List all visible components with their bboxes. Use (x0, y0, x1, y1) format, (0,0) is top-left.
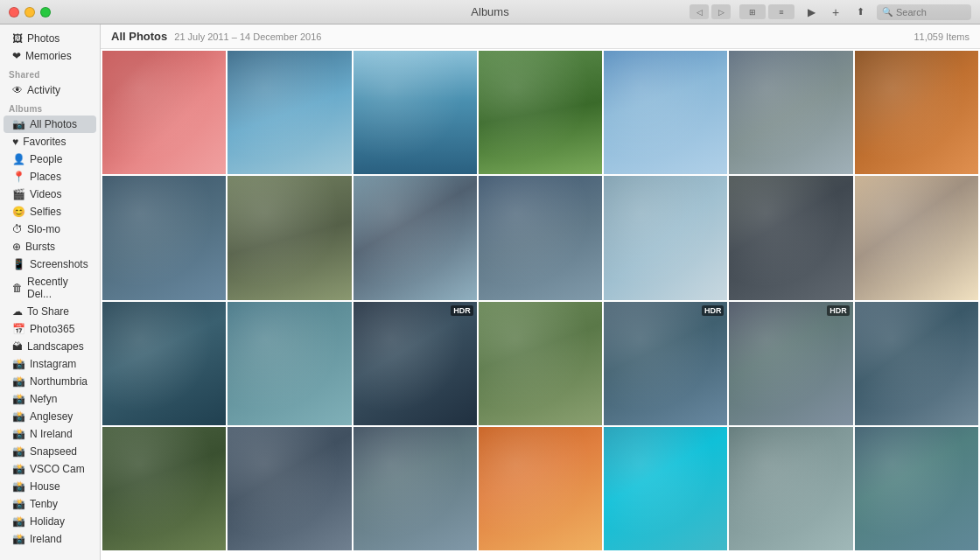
sidebar-item-memories[interactable]: ❤ Memories (4, 47, 96, 65)
hdr-badge: HDR (827, 305, 850, 316)
photo-thumbnail[interactable] (855, 176, 978, 299)
sidebar-item-northumbria[interactable]: 📸 Northumbria (4, 373, 96, 390)
northumbria-icon: 📸 (12, 375, 25, 388)
sidebar-item-slo-mo[interactable]: ⏱ Slo-mo (4, 220, 96, 238)
sidebar-item-bursts[interactable]: ⊕ Bursts (4, 238, 96, 256)
sidebar-item-recently-deleted[interactable]: 🗑 Recently Del... (4, 273, 96, 303)
window-controls[interactable] (9, 7, 51, 18)
sidebar-item-label: Memories (25, 50, 72, 62)
albums-section-label: Albums (0, 99, 100, 116)
sidebar-item-label: All Photos (30, 118, 77, 130)
instagram-icon: 📸 (12, 358, 25, 370)
photo-thumbnail[interactable] (604, 51, 727, 174)
photo-thumbnail[interactable] (855, 302, 978, 425)
photo-thumbnail[interactable] (354, 51, 477, 174)
photo-thumbnail[interactable] (102, 302, 226, 425)
photo-thumbnail[interactable] (855, 51, 978, 174)
play-button[interactable]: ▶ (803, 4, 819, 20)
slomo-icon: ⏱ (12, 223, 23, 235)
photo365-icon: 📅 (12, 323, 25, 335)
photo-thumbnail[interactable]: HDR (729, 302, 852, 425)
sidebar-item-videos[interactable]: 🎬 Videos (4, 186, 96, 203)
nav-back-button[interactable]: ◁ (690, 4, 709, 19)
nav-forward-button[interactable]: ▷ (711, 4, 731, 19)
sidebar-item-people[interactable]: 👤 People (4, 150, 96, 168)
search-box[interactable]: 🔍 (877, 4, 971, 20)
sidebar-item-anglesey[interactable]: 📸 Anglesey (4, 408, 96, 425)
sidebar-item-ireland[interactable]: 📸 Ireland (4, 530, 96, 548)
sidebar-item-label: Slo-mo (27, 223, 60, 235)
sidebar-item-label: Landscapes (27, 340, 84, 353)
sidebar-item-all-photos[interactable]: 📷 All Photos (4, 116, 96, 133)
photo-thumbnail[interactable] (479, 427, 602, 550)
anglesey-icon: 📸 (12, 410, 25, 423)
photo-thumbnail[interactable]: HDR (354, 302, 477, 425)
sidebar-item-screenshots[interactable]: 📱 Screenshots (4, 256, 96, 273)
minimize-button[interactable] (24, 7, 35, 18)
photo-thumbnail[interactable] (479, 302, 602, 425)
photos-icon: 🖼 (12, 32, 23, 45)
photo-thumbnail[interactable] (102, 176, 226, 299)
favorites-icon: ♥ (12, 136, 18, 148)
sidebar-item-label: N Ireland (30, 428, 73, 440)
photo-thumbnail[interactable] (604, 427, 727, 550)
view-grid-button[interactable]: ⊞ (739, 4, 766, 19)
sidebar-item-snapseed[interactable]: 📸 Snapseed (4, 443, 96, 460)
sidebar-item-activity[interactable]: 👁 Activity (4, 81, 96, 99)
photo-thumbnail[interactable] (855, 427, 978, 550)
photo-thumbnail[interactable] (228, 427, 351, 550)
photo-thumbnail[interactable] (604, 176, 727, 299)
photo-thumbnail[interactable] (354, 427, 477, 550)
sidebar-item-landscapes[interactable]: 🏔 Landscapes (4, 338, 96, 355)
sidebar-item-label: Activity (27, 84, 60, 96)
nefyn-icon: 📸 (12, 393, 25, 405)
view-list-button[interactable]: ≡ (768, 4, 794, 19)
photo-thumbnail[interactable] (102, 427, 226, 550)
photo-thumbnail[interactable] (228, 302, 351, 425)
share-button[interactable]: ⬆ (852, 4, 868, 20)
add-button[interactable]: + (828, 4, 844, 20)
search-input[interactable] (896, 7, 966, 18)
sidebar-item-photo365[interactable]: 📅 Photo365 (4, 320, 96, 338)
sidebar-item-places[interactable]: 📍 Places (4, 168, 96, 186)
sidebar-item-nefyn[interactable]: 📸 Nefyn (4, 390, 96, 408)
photo-thumbnail[interactable] (354, 176, 477, 299)
activity-icon: 👁 (12, 84, 23, 96)
sidebar-item-to-share[interactable]: ☁ To Share (4, 303, 96, 320)
content-date: 21 July 2011 – 14 December 2016 (174, 32, 321, 42)
all-photos-icon: 📷 (12, 118, 25, 130)
sidebar-item-photos[interactable]: 🖼 Photos (4, 30, 96, 47)
photo-thumbnail[interactable] (479, 51, 602, 174)
sidebar-item-label: Northumbria (30, 375, 88, 388)
to-share-icon: ☁ (12, 305, 23, 318)
sidebar-item-label: Snapseed (30, 445, 77, 458)
hdr-badge: HDR (451, 305, 473, 316)
sidebar-item-selfies[interactable]: 😊 Selfies (4, 203, 96, 220)
sidebar-item-n-ireland[interactable]: 📸 N Ireland (4, 425, 96, 443)
n-ireland-icon: 📸 (12, 428, 25, 440)
sidebar-item-tenby[interactable]: 📸 Tenby (4, 495, 96, 513)
ireland-icon: 📸 (12, 533, 25, 545)
sidebar-item-label: Places (30, 171, 61, 183)
sidebar-item-favorites[interactable]: ♥ Favorites (4, 133, 96, 150)
photo-thumbnail[interactable] (729, 51, 852, 174)
sidebar-item-label: Holiday (30, 515, 65, 528)
photo-thumbnail[interactable]: HDR (604, 302, 727, 425)
shared-section-label: Shared (0, 65, 100, 81)
people-icon: 👤 (12, 153, 25, 165)
sidebar-item-house[interactable]: 📸 House (4, 478, 96, 495)
sidebar-item-vsco-cam[interactable]: 📸 VSCO Cam (4, 460, 96, 478)
photo-thumbnail[interactable] (729, 176, 852, 299)
photo-thumbnail[interactable] (228, 51, 351, 174)
close-button[interactable] (9, 7, 19, 18)
sidebar-item-holiday[interactable]: 📸 Holiday (4, 513, 96, 530)
photo-thumbnail[interactable] (729, 427, 852, 550)
vsco-cam-icon: 📸 (12, 463, 25, 475)
maximize-button[interactable] (40, 7, 51, 18)
sidebar-item-instagram[interactable]: 📸 Instagram (4, 355, 96, 373)
photo-thumbnail[interactable] (102, 51, 226, 174)
photo-thumbnail[interactable] (479, 176, 602, 299)
tenby-icon: 📸 (12, 498, 25, 510)
photo-thumbnail[interactable] (228, 176, 351, 299)
sidebar-item-label: Tenby (30, 498, 58, 510)
